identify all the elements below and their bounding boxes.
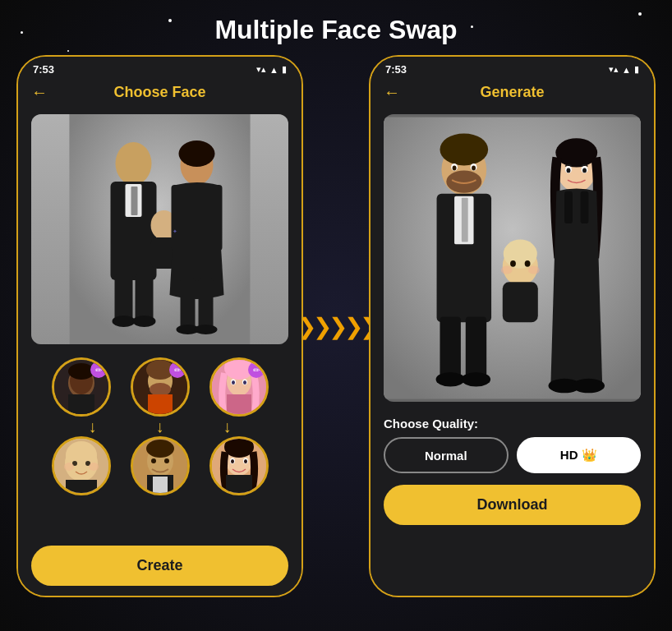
svg-point-13 [179, 140, 215, 167]
face-target-1-container [52, 436, 111, 495]
face-source-3-container: ✏ [209, 357, 269, 417]
svg-rect-6 [115, 274, 133, 320]
svg-point-65 [446, 170, 481, 192]
svg-point-75 [436, 372, 465, 387]
svg-point-78 [504, 240, 537, 269]
page-title: Multiple Face Swap [0, 0, 672, 55]
right-status-bar: 7:53 ▾▴ ▲ ▮ [371, 57, 654, 79]
svg-point-36 [232, 380, 235, 385]
svg-point-94 [573, 379, 605, 394]
svg-point-80 [510, 260, 516, 267]
left-top-bar: ← Choose Face [18, 79, 301, 108]
svg-point-64 [440, 133, 488, 165]
svg-rect-52 [153, 477, 168, 493]
svg-rect-7 [136, 274, 154, 320]
right-top-bar: ← Generate [371, 79, 654, 108]
svg-rect-79 [503, 282, 538, 322]
battery-icon: ▮ [282, 64, 287, 75]
right-status-time: 7:53 [385, 63, 407, 76]
left-status-time: 7:53 [33, 63, 54, 76]
svg-point-28 [150, 383, 171, 396]
face-source-3[interactable]: ✏ [209, 357, 269, 417]
svg-point-49 [151, 458, 156, 463]
wifi-icon: ▲ [269, 65, 278, 75]
svg-point-83 [528, 266, 540, 274]
svg-rect-73 [440, 316, 460, 376]
svg-rect-33 [227, 394, 251, 414]
svg-rect-60 [226, 475, 252, 493]
svg-rect-91 [564, 191, 573, 223]
target-faces-row [31, 436, 288, 495]
svg-rect-14 [172, 185, 223, 251]
left-screen-title: Choose Face [113, 84, 205, 101]
svg-point-18 [195, 325, 218, 334]
right-back-button[interactable]: ← [384, 83, 400, 102]
svg-point-68 [453, 166, 457, 171]
generated-photo: ✦✦ [384, 114, 641, 402]
svg-point-76 [462, 372, 490, 387]
face-target-3-container [209, 436, 269, 495]
face-target-3[interactable] [209, 436, 269, 495]
edit-badge-1[interactable]: ✏ [90, 362, 107, 378]
battery-icon-right: ▮ [634, 64, 639, 75]
face-target-1-inner [54, 439, 108, 493]
arrow-down-2: ↓ [156, 418, 164, 435]
wifi-icon-right: ▲ [622, 65, 631, 75]
edit-badge-2[interactable]: ✏ [169, 362, 186, 378]
arrows-row: ↓ ↓ ↓ [31, 418, 288, 435]
face-source-1-container: ✏ [52, 357, 111, 417]
svg-point-48 [146, 440, 174, 458]
svg-text:✦: ✦ [173, 228, 177, 234]
svg-point-9 [133, 316, 156, 327]
svg-point-89 [582, 168, 587, 173]
svg-point-85 [555, 138, 597, 167]
family-photo-left: ✦ [31, 114, 288, 344]
source-faces-row: ✏ [31, 357, 288, 417]
svg-point-58 [231, 459, 234, 463]
svg-rect-92 [581, 191, 589, 223]
arrow-between-phones: ❯❯❯❯❯ [303, 313, 369, 340]
face-target-2-container [131, 436, 190, 495]
left-status-icons: ▾▴ ▲ ▮ [256, 64, 287, 75]
face-source-2[interactable]: ✏ [131, 357, 190, 417]
svg-rect-72 [462, 198, 468, 242]
svg-rect-15 [181, 279, 196, 328]
face-target-3-inner [212, 439, 266, 493]
family-svg-left: ✦ [31, 114, 288, 344]
svg-rect-74 [466, 316, 486, 376]
edit-badge-3[interactable]: ✏ [248, 362, 265, 378]
forward-chevrons-icon: ❯❯❯❯❯ [297, 313, 375, 340]
face-source-2-container: ✏ [131, 357, 190, 417]
right-status-icons: ▾▴ ▲ ▮ [609, 64, 639, 75]
left-status-bar: 7:53 ▾▴ ▲ ▮ [18, 57, 301, 79]
svg-point-37 [243, 380, 246, 385]
quality-buttons: Normal HD 👑 [384, 437, 641, 473]
svg-point-88 [567, 168, 571, 173]
face-target-2[interactable] [131, 436, 190, 495]
svg-rect-22 [68, 394, 94, 414]
right-screen-title: Generate [480, 84, 544, 101]
svg-point-69 [472, 166, 476, 171]
face-source-1[interactable]: ✏ [52, 357, 111, 417]
face-target-1[interactable] [52, 436, 111, 495]
signal-icon: ▾▴ [256, 64, 266, 75]
left-phone: 7:53 ▾▴ ▲ ▮ ← Choose Face [16, 55, 303, 597]
svg-point-44 [89, 463, 99, 471]
svg-point-8 [113, 316, 136, 327]
arrow-down-3: ↓ [223, 418, 232, 435]
left-main-photo: ✦ [31, 114, 288, 344]
left-phone-content: ✦ [18, 108, 301, 596]
download-button[interactable]: Download [384, 485, 641, 525]
quality-normal-button[interactable]: Normal [384, 437, 509, 473]
quality-hd-button[interactable]: HD 👑 [517, 437, 642, 473]
svg-rect-16 [199, 279, 214, 328]
left-back-button[interactable]: ← [31, 83, 48, 102]
svg-point-50 [164, 458, 169, 463]
create-button[interactable]: Create [31, 546, 288, 586]
quality-label: Choose Quality: [384, 417, 641, 431]
quality-section: Choose Quality: Normal HD 👑 [371, 408, 654, 478]
svg-point-59 [244, 459, 247, 463]
svg-rect-45 [66, 480, 97, 493]
right-phone-content: ✦✦ Choose Quality: Normal [371, 108, 654, 596]
face-swap-grid: ✏ [18, 351, 301, 541]
